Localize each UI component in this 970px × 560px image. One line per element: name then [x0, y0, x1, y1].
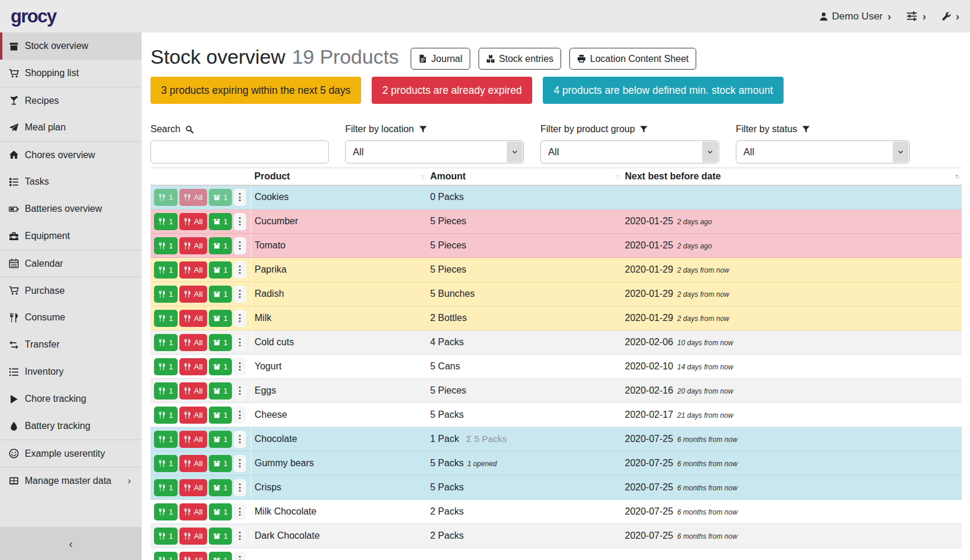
consume-all-button[interactable]: All	[179, 503, 207, 520]
consume-all-button[interactable]: All	[179, 382, 207, 399]
sidebar-item-batteries-overview[interactable]: Batteries overview	[0, 195, 142, 222]
consume-one-button[interactable]: 1	[154, 479, 178, 496]
consume-all-button[interactable]: All	[179, 213, 207, 230]
consume-one-button[interactable]: 1	[154, 189, 178, 206]
app-logo[interactable]: grocy	[11, 6, 56, 27]
consume-all-button[interactable]: All	[179, 310, 207, 327]
sort-icon[interactable]: ↑↓	[615, 173, 620, 180]
sidebar-item-chores-overview[interactable]: Chores overview	[0, 141, 142, 168]
sidebar-item-meal-plan[interactable]: Meal plan	[0, 114, 142, 141]
consume-one-button[interactable]: 1	[154, 552, 178, 560]
filter-by-product-group-select[interactable]: All	[540, 140, 719, 163]
open-one-button[interactable]: 1	[209, 503, 232, 520]
consume-all-button[interactable]: All	[179, 552, 207, 560]
open-one-button[interactable]: 1	[209, 310, 232, 327]
row-menu-button[interactable]	[234, 503, 246, 520]
column-header-next-best-before-date[interactable]: Next best before date↑↓	[621, 168, 962, 185]
location-content-sheet-button[interactable]: Location Content Sheet	[569, 48, 696, 70]
open-one-button[interactable]: 1	[209, 334, 232, 351]
sidebar-item-battery-tracking[interactable]: Battery tracking	[0, 412, 142, 440]
consume-all-button[interactable]: All	[179, 407, 207, 424]
consume-one-button[interactable]: 1	[154, 358, 178, 375]
row-menu-button[interactable]	[234, 552, 246, 560]
row-menu-button[interactable]	[234, 431, 246, 448]
sidebar-item-recipes[interactable]: Recipes	[0, 87, 142, 114]
row-menu-button[interactable]	[234, 237, 246, 254]
column-header-product[interactable]: Product↑↓	[251, 168, 427, 185]
consume-one-button[interactable]: 1	[154, 334, 178, 351]
sidebar-item-manage-master-data[interactable]: Manage master data ›	[0, 467, 142, 494]
danger-banner[interactable]: 2 products are already expired	[372, 77, 532, 104]
sidebar-item-purchase[interactable]: Purchase	[0, 277, 142, 304]
column-header-amount[interactable]: Amount↑↓	[427, 168, 621, 185]
consume-one-button[interactable]: 1	[154, 382, 178, 399]
sidebar-item-inventory[interactable]: Inventory	[0, 358, 142, 385]
warning-banner[interactable]: 3 products expiring within the next 5 da…	[150, 77, 361, 104]
consume-all-button[interactable]: All	[179, 286, 207, 303]
admin-menu[interactable]: ›	[942, 11, 959, 22]
sidebar-item-tasks[interactable]: Tasks	[0, 168, 142, 195]
open-one-button[interactable]: 1	[209, 261, 232, 279]
sidebar-collapse-button[interactable]: ‹	[0, 527, 142, 560]
open-one-button[interactable]: 1	[209, 455, 232, 472]
row-menu-button[interactable]	[234, 213, 246, 230]
consume-one-button[interactable]: 1	[154, 528, 178, 545]
consume-all-button[interactable]: All	[179, 261, 207, 279]
consume-one-button[interactable]: 1	[154, 407, 178, 424]
row-menu-button[interactable]	[234, 261, 246, 279]
stock-entries-button[interactable]: Stock entries	[479, 48, 561, 70]
sidebar-item-shopping-list[interactable]: Shopping list	[0, 60, 142, 87]
sidebar-item-calendar[interactable]: Calendar	[0, 250, 142, 277]
consume-all-button[interactable]: All	[179, 334, 207, 351]
sort-icon[interactable]: ↑↓	[420, 173, 425, 180]
filter-by-status-select[interactable]: All	[736, 140, 910, 163]
sidebar-item-consume[interactable]: Consume	[0, 304, 142, 331]
row-menu-button[interactable]	[234, 479, 246, 496]
consume-all-button[interactable]: All	[179, 358, 207, 375]
settings-menu[interactable]: ›	[906, 11, 926, 22]
sidebar-item-example-userentity[interactable]: Example userentity	[0, 440, 142, 467]
row-menu-button[interactable]	[234, 189, 246, 206]
open-one-button[interactable]: 1	[209, 237, 232, 254]
info-banner[interactable]: 4 products are below defined min. stock …	[543, 77, 784, 104]
row-menu-button[interactable]	[234, 407, 246, 424]
journal-button[interactable]: Journal	[411, 48, 470, 70]
open-one-button[interactable]: 1	[209, 286, 232, 303]
consume-one-button[interactable]: 1	[154, 503, 178, 520]
sidebar-item-equipment[interactable]: Equipment	[0, 222, 142, 250]
row-menu-button[interactable]	[234, 310, 246, 327]
consume-one-button[interactable]: 1	[154, 455, 178, 472]
sidebar-item-transfer[interactable]: Transfer	[0, 331, 142, 358]
row-menu-button[interactable]	[234, 358, 246, 375]
open-one-button[interactable]: 1	[209, 431, 232, 448]
open-one-button[interactable]: 1	[209, 552, 232, 560]
open-one-button[interactable]: 1	[209, 407, 232, 424]
open-one-button[interactable]: 1	[209, 189, 232, 206]
consume-all-button[interactable]: All	[179, 455, 207, 472]
consume-one-button[interactable]: 1	[154, 310, 178, 327]
consume-all-button[interactable]: All	[179, 528, 207, 545]
user-menu[interactable]: Demo User ›	[819, 11, 891, 22]
search-input[interactable]	[150, 140, 329, 163]
consume-one-button[interactable]: 1	[154, 431, 178, 448]
filter-by-location-select[interactable]: All	[345, 140, 524, 163]
open-one-button[interactable]: 1	[209, 358, 232, 375]
row-menu-button[interactable]	[234, 334, 246, 351]
consume-one-button[interactable]: 1	[154, 286, 178, 303]
row-menu-button[interactable]	[234, 528, 246, 545]
open-one-button[interactable]: 1	[209, 382, 232, 399]
row-menu-button[interactable]	[234, 382, 246, 399]
sidebar-item-chore-tracking[interactable]: Chore tracking	[0, 385, 142, 412]
open-one-button[interactable]: 1	[209, 479, 232, 496]
consume-one-button[interactable]: 1	[154, 261, 178, 279]
consume-all-button[interactable]: All	[179, 431, 207, 448]
consume-all-button[interactable]: All	[179, 479, 207, 496]
consume-one-button[interactable]: 1	[154, 213, 178, 230]
row-menu-button[interactable]	[234, 455, 246, 472]
open-one-button[interactable]: 1	[209, 213, 232, 230]
sidebar-item-stock-overview[interactable]: Stock overview	[0, 32, 142, 60]
consume-all-button[interactable]: All	[179, 237, 207, 254]
row-menu-button[interactable]	[234, 286, 246, 303]
consume-one-button[interactable]: 1	[154, 237, 178, 254]
consume-all-button[interactable]: All	[179, 189, 207, 206]
